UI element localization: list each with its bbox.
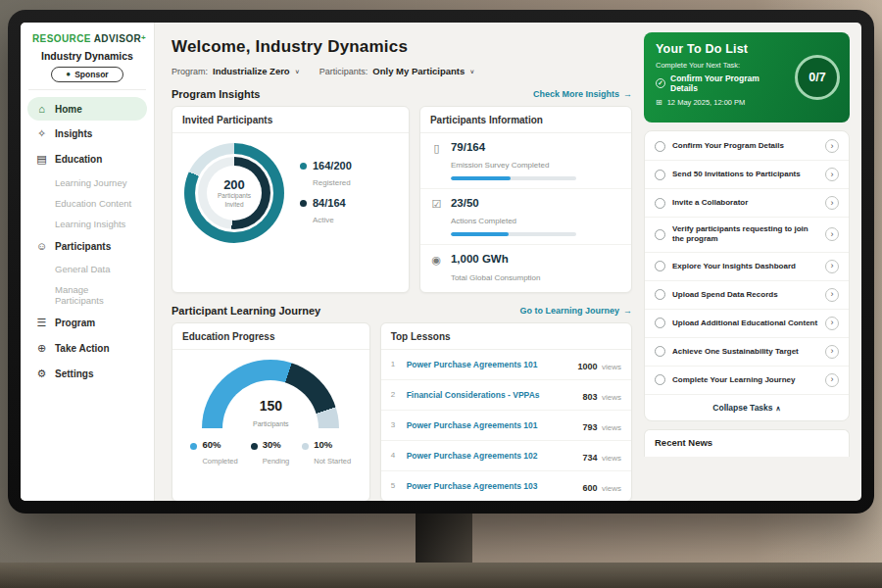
- app-logo: RESOURCE ADVISOR+: [21, 23, 154, 49]
- top-lessons-card: Top Lessons 1 Power Purchase Agreements …: [380, 322, 632, 501]
- program-label: Program:: [172, 67, 208, 76]
- todo-checkbox[interactable]: [655, 374, 665, 385]
- lesson-row: 4 Power Purchase Agreements 102 734 view…: [381, 441, 631, 471]
- stat-row: ▯ 79/164 Emission Survey Completed: [420, 133, 631, 189]
- sidebar-item[interactable]: Manage Participants: [27, 279, 147, 310]
- sidebar-item[interactable]: General Data: [27, 259, 147, 278]
- sidebar-item[interactable]: ☰ Program: [27, 311, 147, 335]
- stat-row: ☑ 23/50 Actions Completed: [420, 189, 631, 245]
- todo-checkbox[interactable]: [655, 346, 665, 357]
- todo-item[interactable]: Verify participants requesting to join t…: [645, 218, 849, 253]
- sidebar-item[interactable]: ▤ Education: [27, 147, 147, 172]
- chevron-right-icon[interactable]: ›: [825, 227, 839, 241]
- participants-label: Participants:: [319, 67, 368, 76]
- todo-item[interactable]: Achieve One Sustainability Target ›: [645, 338, 849, 367]
- stat-icon: ☑: [430, 198, 443, 211]
- invited-participants-card: Invited Participants 200 Participants In…: [172, 106, 410, 293]
- views-suffix: views: [602, 423, 621, 432]
- chevron-right-icon[interactable]: ›: [825, 260, 839, 273]
- donut-center: 200 Participants Invited: [207, 166, 262, 220]
- sidebar-item[interactable]: ✧ Insights: [27, 122, 147, 146]
- todo-checkbox[interactable]: [655, 289, 665, 300]
- lesson-row: 3 Power Purchase Agreements 101 793 view…: [381, 411, 631, 441]
- next-task[interactable]: ✓ Confirm Your Program Details: [656, 74, 785, 93]
- nav-label: Program: [55, 318, 95, 328]
- stat-value: 23/50: [451, 197, 576, 210]
- todo-label: Upload Spend Data Records: [672, 290, 818, 300]
- donut-center-label: Participants Invited: [211, 192, 258, 208]
- legend-value: 164/200: [313, 160, 352, 172]
- next-task-label: Confirm Your Program Details: [670, 74, 785, 93]
- sidebar-item[interactable]: ⊕ Take Action: [27, 336, 147, 361]
- todo-checkbox[interactable]: [655, 170, 665, 180]
- lesson-index: 4: [391, 451, 399, 460]
- stat-icon: ▯: [430, 142, 443, 155]
- todo-item[interactable]: Upload Additional Educational Content ›: [645, 310, 849, 338]
- todo-checkbox[interactable]: [655, 141, 665, 152]
- check-more-insights-link[interactable]: Check More Insights →: [533, 89, 632, 99]
- sidebar-item[interactable]: Education Content: [27, 193, 147, 213]
- todo-label: Explore Your Insights Dashboard: [672, 262, 818, 271]
- nav-icon: ▤: [35, 153, 48, 166]
- card-title: Participants Information: [420, 107, 631, 133]
- recent-news-header[interactable]: Recent News: [644, 429, 850, 457]
- go-to-learning-journey-link[interactable]: Go to Learning Journey →: [519, 306, 632, 316]
- todo-item[interactable]: Send 50 Invitations to Participants ›: [645, 161, 849, 189]
- program-dropdown[interactable]: Program: Industrialize Zero ∨: [172, 66, 300, 76]
- sidebar-item[interactable]: ⌂ Home: [27, 97, 147, 121]
- sidebar-item[interactable]: Learning Insights: [27, 214, 147, 233]
- chevron-right-icon[interactable]: ›: [825, 168, 839, 181]
- todo-item[interactable]: Invite a Collaborator ›: [645, 189, 849, 218]
- todo-checkbox[interactable]: [655, 261, 665, 271]
- stat-icon: ◉: [430, 254, 443, 267]
- lesson-link[interactable]: Power Purchase Agreements 103: [407, 481, 575, 491]
- lesson-link[interactable]: Power Purchase Agreements 101: [407, 420, 575, 430]
- stat-row: ◉ 1,000 GWh Total Global Consumption: [420, 245, 631, 291]
- views-count: 734: [583, 453, 598, 463]
- progress-badge: 0/7: [795, 55, 840, 100]
- lesson-views: 600 views: [583, 477, 622, 495]
- collapse-tasks-button[interactable]: Collapse Tasks∧: [645, 395, 849, 418]
- chevron-right-icon[interactable]: ›: [825, 196, 839, 210]
- lesson-link[interactable]: Power Purchase Agreements 102: [407, 451, 575, 461]
- sidebar: RESOURCE ADVISOR+ Industry Dynamics ● Sp…: [21, 23, 155, 501]
- chevron-down-icon: ∨: [295, 68, 300, 74]
- sidebar-item[interactable]: ☺ Participants: [27, 234, 147, 258]
- nav-label: Home: [55, 104, 82, 115]
- sidebar-nav: ⌂ Home ✧ Insights ▤ Education Learning J…: [21, 94, 154, 389]
- gauge-center-label: Participants: [253, 420, 289, 427]
- todo-item[interactable]: Complete Your Learning Journey ›: [645, 367, 849, 395]
- chevron-right-icon[interactable]: ›: [825, 288, 839, 302]
- chevron-right-icon[interactable]: ›: [825, 373, 839, 387]
- todo-list-card: Confirm Your Program Details › Send 50 I…: [644, 130, 850, 421]
- chevron-right-icon[interactable]: ›: [825, 139, 839, 153]
- stat-label: Emission Survey Completed: [451, 161, 549, 170]
- todo-checkbox[interactable]: [655, 318, 665, 328]
- chevron-down-icon: ∨: [469, 68, 474, 74]
- education-gauge-chart: 150 Participants: [202, 360, 339, 430]
- lesson-link[interactable]: Financial Considerations - VPPAs: [407, 390, 575, 400]
- legend-value: 60%: [202, 440, 237, 450]
- nav-icon: ☺: [35, 240, 48, 252]
- sidebar-item[interactable]: Learning Journey: [27, 172, 147, 192]
- lesson-row: 2 Financial Considerations - VPPAs 803 v…: [381, 380, 631, 411]
- lesson-views: 734 views: [583, 447, 622, 465]
- todo-checkbox[interactable]: [655, 229, 665, 240]
- chevron-right-icon[interactable]: ›: [825, 345, 839, 359]
- sponsor-badge: ● Sponsor: [51, 67, 123, 82]
- todo-item[interactable]: Explore Your Insights Dashboard ›: [645, 253, 849, 281]
- chevron-right-icon[interactable]: ›: [825, 317, 839, 330]
- sidebar-item[interactable]: ⚙ Settings: [27, 362, 147, 386]
- legend-text: 84/164 Active: [313, 197, 346, 226]
- lesson-row: 1 Power Purchase Agreements 101 1000 vie…: [381, 350, 631, 380]
- todo-item[interactable]: Upload Spend Data Records ›: [645, 281, 849, 310]
- views-suffix: views: [602, 363, 621, 371]
- card-title: Top Lessons: [381, 323, 631, 350]
- gauge-center-value: 150: [202, 399, 339, 413]
- participants-dropdown[interactable]: Participants: Only My Participants ∨: [319, 66, 475, 76]
- todo-item[interactable]: Confirm Your Program Details ›: [645, 132, 849, 161]
- lesson-link[interactable]: Power Purchase Agreements 101: [407, 360, 570, 369]
- todo-checkbox[interactable]: [655, 198, 665, 209]
- nav-icon: ⌂: [35, 103, 48, 115]
- monitor-stand: [416, 512, 472, 568]
